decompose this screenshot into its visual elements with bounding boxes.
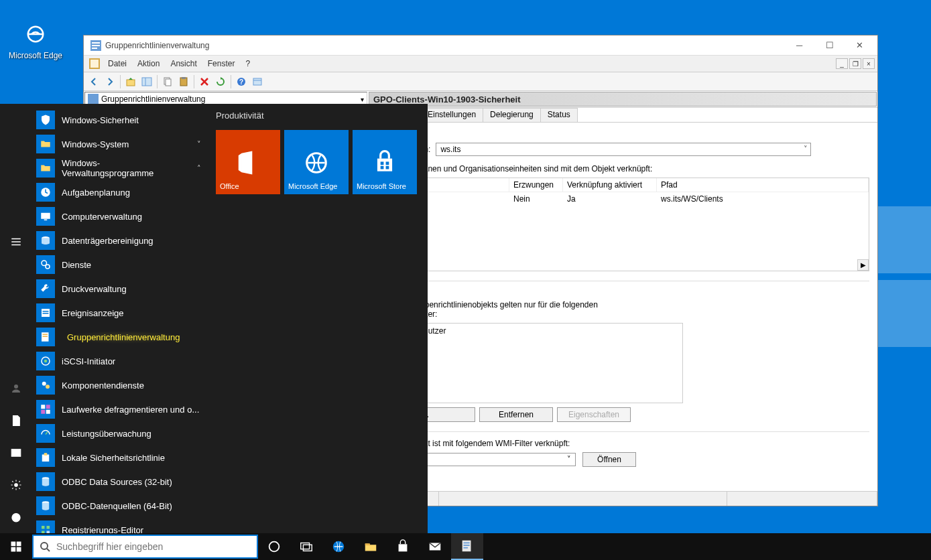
wmi-filter-dropdown[interactable]: 03 [401, 453, 576, 466]
app-dienste[interactable]: Dienste [32, 253, 205, 277]
app-komponentendienste[interactable]: Komponentendienste [32, 373, 205, 397]
menu-action[interactable]: Aktion [132, 57, 165, 70]
user-account-button[interactable] [0, 372, 32, 405]
app-label: Datenträgerbereinigung [62, 236, 153, 246]
refresh-button[interactable] [213, 74, 228, 89]
task-store[interactable] [387, 533, 419, 560]
office-icon [235, 150, 261, 176]
app-label: Aufgabenplanung [62, 188, 130, 198]
tile-edge[interactable]: Microsoft Edge [284, 130, 349, 194]
svg-point-30 [46, 265, 50, 269]
open-button[interactable]: Öffnen [582, 452, 636, 467]
show-tree-button[interactable] [139, 74, 154, 89]
security-desc-2: er und Computer: [375, 309, 869, 319]
settings-button[interactable] [0, 469, 32, 501]
power-button[interactable] [0, 501, 32, 533]
menu-file[interactable]: Datei [103, 57, 132, 70]
mdi-restore[interactable]: ❐ [849, 58, 861, 69]
start-tiles: Produktivität Office Microsoft Edge Micr… [205, 104, 428, 533]
col-pfad[interactable]: Pfad [657, 178, 869, 192]
expand-menu-button[interactable] [0, 111, 32, 372]
app-iscsi[interactable]: iSCSI-Initiator [32, 349, 205, 373]
app-label: Ereignisanzeige [62, 308, 124, 318]
app-aufgabenplanung[interactable]: Aufgabenplanung [32, 180, 205, 204]
documents-button[interactable] [0, 405, 32, 437]
mdi-minimize[interactable]: _ [836, 58, 848, 69]
app-windows-system[interactable]: Windows-System ˅ [32, 132, 205, 156]
mdi-close[interactable]: × [863, 58, 875, 69]
minimize-button[interactable]: ─ [784, 36, 814, 55]
scroll-right-icon[interactable]: ▶ [857, 259, 869, 271]
task-gpmc[interactable] [451, 533, 483, 560]
domain-dropdown[interactable]: ws.its [436, 143, 811, 156]
scope-header-partial: n [375, 128, 869, 137]
col-erzwungen[interactable]: Erzwungen [509, 178, 563, 192]
app-regedit[interactable]: Registrierungs-Editor [32, 518, 205, 533]
security-section-title: erung [375, 288, 869, 297]
close-button[interactable]: ✕ [845, 36, 875, 55]
app-odbc32[interactable]: ODBC Data Sources (32-bit) [32, 470, 205, 494]
app-ereignisanzeige[interactable]: Ereignisanzeige [32, 301, 205, 325]
taskbar-search[interactable] [32, 535, 258, 559]
security-filter-list[interactable]: te Benutzer [401, 323, 683, 403]
svg-line-45 [46, 432, 48, 435]
app-secpol[interactable]: Lokale Sicherheitsrichtlinie [32, 445, 205, 470]
maximize-button[interactable]: ☐ [814, 36, 845, 55]
dropdown-arrow-icon: ▾ [361, 96, 364, 103]
odbc-icon [36, 496, 55, 515]
tile-store[interactable]: Microsoft Store [353, 130, 417, 194]
svg-rect-13 [182, 77, 186, 79]
tab-einstellungen[interactable]: Einstellungen [420, 108, 483, 122]
desktop-icon-edge[interactable]: Microsoft Edge [5, 20, 66, 60]
detail-pane: Einstellungen Delegierung Status n chnis… [367, 108, 877, 491]
app-label: Dienste [62, 260, 91, 270]
app-disk-cleanup[interactable]: Datenträgerbereinigung [32, 228, 205, 253]
svg-rect-59 [11, 542, 16, 547]
menu-window[interactable]: Fenster [202, 57, 241, 70]
content-title: GPO-Clients-Win10-1903-Sicherheit [369, 92, 877, 107]
app-odbc64[interactable]: ODBC-Datenquellen (64-Bit) [32, 494, 205, 518]
app-perfmon[interactable]: Leistungsüberwachung [32, 421, 205, 445]
col-link-aktiv[interactable]: Verknüpfung aktiviert [563, 178, 657, 192]
menu-help[interactable]: ? [240, 57, 255, 70]
task-explorer[interactable] [355, 533, 387, 560]
task-cortana[interactable] [258, 533, 290, 560]
properties-button: Eigenschaften [557, 407, 631, 422]
secpol-icon [36, 448, 55, 467]
pictures-button[interactable] [0, 437, 32, 469]
help-button[interactable]: ? [234, 74, 249, 89]
task-edge[interactable] [322, 533, 355, 560]
task-view[interactable] [290, 533, 322, 560]
nav-back-button[interactable] [86, 74, 101, 89]
remove-button[interactable]: Entfernen [479, 407, 553, 422]
app-computerverwaltung[interactable]: Computerverwaltung [32, 204, 205, 228]
delete-button[interactable] [197, 74, 212, 89]
paste-button[interactable] [176, 74, 191, 89]
task-mail[interactable] [419, 533, 451, 560]
security-list-item[interactable]: te Benutzer [405, 326, 680, 336]
copy-button[interactable] [160, 74, 175, 89]
tile-office[interactable]: Office [216, 130, 280, 194]
app-windows-verwaltung[interactable]: Windows-Verwaltungsprogramme ˄ [32, 156, 205, 180]
nav-forward-button[interactable] [103, 74, 117, 89]
menu-view[interactable]: Ansicht [165, 57, 202, 70]
titlebar[interactable]: Gruppenrichtlinienverwaltung ─ ☐ ✕ [84, 36, 877, 56]
shield-icon [36, 111, 55, 129]
up-button[interactable] [123, 74, 138, 89]
svg-rect-41 [41, 405, 45, 409]
clock-icon [36, 183, 55, 202]
tab-delegierung[interactable]: Delegierung [483, 108, 541, 122]
options-button[interactable] [250, 74, 265, 89]
app-label: Lokale Sicherheitsrichtlinie [62, 453, 165, 463]
link-row[interactable]: Nein Ja ws.its/WS/Clients [375, 192, 869, 206]
start-app-list[interactable]: Windows-Sicherheit Windows-System ˅ Wind… [32, 104, 205, 533]
search-input[interactable] [56, 541, 251, 552]
tiles-group-header[interactable]: Produktivität [216, 111, 417, 121]
app-druckverwaltung[interactable]: Druckverwaltung [32, 277, 205, 301]
app-windows-sicherheit[interactable]: Windows-Sicherheit [32, 108, 205, 132]
links-listview[interactable]: Erzwungen Verknüpfung aktiviert Pfad Nei… [375, 178, 869, 271]
start-button[interactable] [0, 533, 32, 560]
app-defrag[interactable]: Laufwerke defragmentieren und o... [32, 397, 205, 421]
app-gruppenrichtlinienverwaltung[interactable]: Gruppenrichtlinienverwaltung [32, 325, 205, 349]
tab-status[interactable]: Status [540, 108, 578, 122]
